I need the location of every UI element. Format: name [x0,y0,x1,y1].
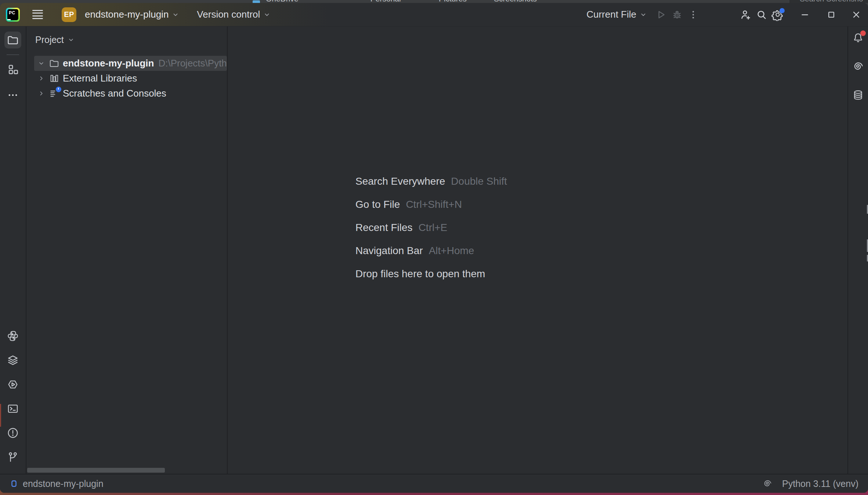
left-stripe-bottom [4,324,21,474]
shortcut-label: Recent Files [355,222,413,234]
git-branch-icon [7,451,19,463]
background-text-fragment: Screenshots [494,0,537,3]
scratches-icon [49,88,59,99]
interpreter-widget[interactable]: Python 3.11 (venv) [782,478,858,489]
tree-row-scratches[interactable]: Scratches and Consoles [26,86,227,101]
more-horizontal-icon [7,89,19,101]
tree-item-label: External Libraries [63,73,137,84]
tool-structure-button[interactable] [4,61,21,78]
close-icon [851,9,862,20]
pycharm-logo-bar [7,19,11,20]
minimize-button[interactable] [797,7,813,23]
background-window-strip: OneDrive - Personal Pictures Screenshots… [0,0,868,3]
tree-row-external-libraries[interactable]: External Libraries [26,71,227,86]
scratches-badge [56,87,61,92]
close-button[interactable] [848,7,864,23]
project-panel-header[interactable]: Project [35,31,227,48]
ai-status-icon[interactable] [762,478,773,489]
shortcut-hints: Search Everywhere Double Shift Go to Fil… [355,170,507,285]
shortcut-row: Recent Files Ctrl+E [355,216,507,239]
maximize-button[interactable] [823,7,839,23]
chevron-down-icon [640,11,647,18]
shortcut-keys: Alt+Home [429,245,474,257]
pycharm-logo-text: PC [7,9,18,20]
chevron-down-icon[interactable] [36,60,46,67]
project-panel-title: Project [35,35,64,45]
background-text-fragment: - Personal [366,0,401,3]
tool-services-button[interactable] [4,352,21,369]
left-tool-stripe [0,26,26,474]
add-user-icon [739,8,752,21]
editor-empty-state: Search Everywhere Double Shift Go to Fil… [228,26,847,474]
main-menu-button[interactable] [29,7,46,23]
settings-notification-dot [780,8,785,13]
tool-terminal-button[interactable] [4,400,21,417]
database-button[interactable] [850,87,867,104]
run-hexagon-icon [7,378,19,391]
version-control-widget[interactable]: Version control [194,7,274,23]
background-text-fragment: Search Screensho [800,0,863,3]
more-tool-windows-button[interactable] [4,87,21,104]
right-tool-stripe [847,26,868,474]
run-button[interactable] [653,7,669,23]
tool-version-control-button[interactable] [4,449,21,466]
search-everywhere-button[interactable] [753,7,770,23]
settings-button[interactable] [770,7,786,23]
tree-row-project-root[interactable]: endstone-my-plugin D:\Projects\Python\ [34,56,227,71]
debug-icon [671,9,683,21]
chevron-down-icon [68,36,75,43]
desktop: OneDrive - Personal Pictures Screenshots… [0,0,868,495]
folder-icon [49,58,59,69]
more-vertical-icon [688,9,699,20]
layers-icon [7,354,19,366]
shortcut-label: Go to File [355,199,400,210]
debug-button[interactable] [669,7,685,23]
background-text-fragment: Pictures [439,0,467,3]
project-name: endstone-my-plugin [85,9,169,20]
tool-python-packages-button[interactable] [4,328,21,344]
tool-project-button[interactable] [4,32,21,48]
shortcut-row: Go to File Ctrl+Shift+N [355,193,507,216]
onedrive-icon [253,0,260,3]
ai-assistant-button[interactable] [850,58,867,75]
minimize-icon [799,9,810,20]
tree-item-path: D:\Projects\Python\ [158,58,227,69]
status-bar: endstone-my-plugin Python 3.11 (venv) [0,474,868,493]
shortcut-label: Navigation Bar [355,245,423,257]
terminal-icon [7,402,19,415]
tree-item-label: Scratches and Consoles [63,88,166,99]
shortcut-row: Navigation Bar Alt+Home [355,239,507,262]
project-widget[interactable]: EP endstone-my-plugin [46,7,182,23]
pycharm-window: PC EP endstone-my-plugin Version control [0,3,868,493]
shortcut-label: Search Everywhere [355,176,445,187]
status-project-widget[interactable]: endstone-my-plugin [10,478,104,489]
hamburger-icon [32,10,43,19]
main-content: Project endstone-my-plugin D: [0,26,868,474]
status-project-name: endstone-my-plugin [23,478,104,489]
stripe-divider [7,54,19,55]
project-badge: EP [62,7,76,22]
module-icon [10,479,18,488]
shortcut-label: Drop files here to open them [355,268,485,280]
tool-run-button[interactable] [4,376,21,393]
chevron-down-icon [172,11,179,18]
folder-icon [7,34,19,46]
code-with-me-button[interactable] [737,7,753,23]
ai-assistant-icon [852,60,864,73]
background-search-box: Search Screensho [789,0,868,3]
notifications-button[interactable] [850,29,867,46]
problems-icon [7,427,19,439]
tree-item-label: endstone-my-plugin [63,58,154,69]
more-actions-button[interactable] [685,7,701,23]
run-configuration-widget[interactable]: Current File [583,7,650,23]
structure-icon [7,63,19,76]
chevron-right-icon[interactable] [36,90,46,97]
chevron-right-icon[interactable] [36,75,46,82]
search-icon [755,8,768,21]
horizontal-scrollbar-thumb[interactable] [27,468,165,473]
database-icon [852,89,864,101]
shortcut-keys: Ctrl+Shift+N [406,199,462,210]
maximize-icon [826,9,837,20]
shortcut-keys: Ctrl+E [419,222,448,234]
tool-problems-button[interactable] [4,424,21,441]
